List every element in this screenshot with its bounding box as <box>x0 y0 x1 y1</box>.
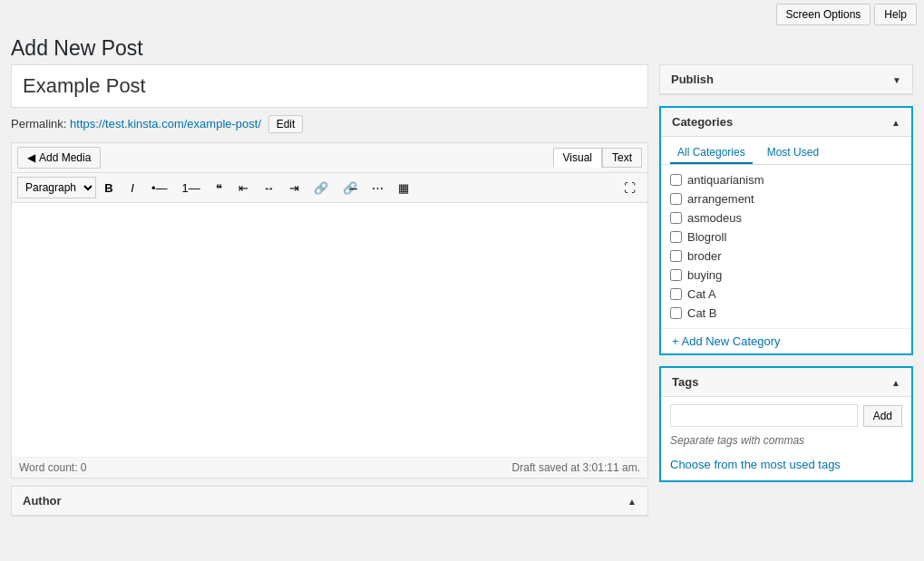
top-bar: Screen Options Help <box>0 0 924 29</box>
tab-text[interactable]: Text <box>602 148 642 168</box>
author-section-header[interactable]: Author <box>12 487 647 516</box>
word-count: Word count: 0 <box>19 461 86 474</box>
author-chevron-icon <box>627 494 637 508</box>
add-new-category-link[interactable]: + Add New Category <box>661 328 911 353</box>
add-media-label: Add Media <box>39 151 91 164</box>
draft-saved: Draft saved at 3:01:11 am. <box>512 461 640 474</box>
editor-wrap: ◀ Add Media Visual Text Paragraph B I •—… <box>11 142 648 479</box>
help-button[interactable]: Help <box>874 4 917 25</box>
tags-header[interactable]: Tags <box>661 368 911 397</box>
tags-hint: Separate tags with commas <box>661 434 911 454</box>
align-right-button[interactable]: ⇥ <box>283 178 306 198</box>
categories-label: Categories <box>672 115 733 129</box>
tab-most-used[interactable]: Most Used <box>760 142 826 164</box>
categories-tabs: All Categories Most Used <box>661 137 911 165</box>
permalink-link[interactable]: https://test.kinsta.com/example-post/ <box>70 117 261 131</box>
category-checkbox[interactable] <box>670 288 682 300</box>
align-left-button[interactable]: ⇤ <box>232 178 255 198</box>
fullscreen-button[interactable]: ⛶ <box>618 178 642 198</box>
category-checkbox[interactable] <box>670 174 682 186</box>
list-item: arrangement <box>670 189 902 208</box>
post-title-input[interactable] <box>11 64 648 108</box>
list-item: antiquarianism <box>670 170 902 189</box>
editor-body[interactable] <box>12 203 647 457</box>
content-area: Permalink: https://test.kinsta.com/examp… <box>11 64 648 517</box>
table-button[interactable]: ▦ <box>392 178 415 198</box>
category-label: Blogroll <box>687 230 726 244</box>
tags-add-button[interactable]: Add <box>863 405 902 427</box>
category-checkbox[interactable] <box>670 212 682 224</box>
unlink-button[interactable]: 🔗̶ <box>336 178 364 198</box>
blockquote-button[interactable]: ❝ <box>209 178 230 198</box>
italic-button[interactable]: I <box>122 178 143 198</box>
categories-chevron-icon <box>891 115 900 129</box>
category-label: arrangement <box>687 192 754 206</box>
media-icon: ◀ <box>27 151 35 164</box>
list-item: Blogroll <box>670 227 902 247</box>
publish-chevron-icon <box>892 73 901 86</box>
category-label: broder <box>687 249 722 263</box>
tags-input[interactable] <box>670 404 858 427</box>
category-checkbox[interactable] <box>670 250 682 262</box>
main-layout: Permalink: https://test.kinsta.com/examp… <box>0 64 924 527</box>
editor-format-bar: Paragraph B I •— 1— ❝ ⇤ ↔ ⇥ 🔗 🔗̶ ⋯ ▦ ⛶ <box>12 173 647 203</box>
tags-input-row: Add <box>661 397 911 434</box>
categories-header[interactable]: Categories <box>661 108 911 137</box>
page-title: Add New Post <box>0 29 924 64</box>
bold-button[interactable]: B <box>98 178 120 198</box>
format-select[interactable]: Paragraph <box>17 177 96 198</box>
category-label: asmodeus <box>687 211 742 225</box>
tags-most-used-link[interactable]: Choose from the most used tags <box>661 454 911 480</box>
list-item: buying <box>670 266 902 285</box>
permalink-edit-button[interactable]: Edit <box>268 115 304 133</box>
tags-box: Tags Add Separate tags with commas Choos… <box>659 366 913 482</box>
category-checkbox[interactable] <box>670 269 682 281</box>
publish-header[interactable]: Publish <box>660 65 912 94</box>
publish-label: Publish <box>671 73 714 86</box>
list-item: broder <box>670 247 902 266</box>
categories-list: antiquarianismarrangementasmodeusBlogrol… <box>661 165 911 328</box>
author-label: Author <box>23 494 62 508</box>
list-item: Cat A <box>670 285 902 304</box>
sidebar: Publish Categories All Categories Most U… <box>659 64 913 482</box>
categories-box: Categories All Categories Most Used anti… <box>659 106 913 355</box>
tags-chevron-icon <box>891 375 900 389</box>
category-label: Cat A <box>687 287 716 301</box>
screen-options-button[interactable]: Screen Options <box>776 4 871 25</box>
category-label: antiquarianism <box>687 173 764 187</box>
list-item: Cat B <box>670 304 902 323</box>
add-media-button[interactable]: ◀ Add Media <box>17 147 101 169</box>
category-checkbox[interactable] <box>670 231 682 243</box>
category-label: Cat B <box>687 306 717 320</box>
author-section: Author <box>11 486 648 517</box>
ordered-list-button[interactable]: 1— <box>176 178 207 198</box>
link-button[interactable]: 🔗 <box>307 178 335 198</box>
publish-box: Publish <box>659 64 913 95</box>
tab-visual[interactable]: Visual <box>553 148 602 168</box>
visual-text-tabs: Visual Text <box>553 148 642 168</box>
category-checkbox[interactable] <box>670 307 682 319</box>
unordered-list-button[interactable]: •— <box>145 178 174 198</box>
editor-toolbar-top: ◀ Add Media Visual Text <box>12 143 647 173</box>
editor-footer: Word count: 0 Draft saved at 3:01:11 am. <box>12 457 647 478</box>
tags-label: Tags <box>672 375 698 389</box>
more-button[interactable]: ⋯ <box>365 178 390 198</box>
tab-all-categories[interactable]: All Categories <box>670 142 753 164</box>
permalink-bar: Permalink: https://test.kinsta.com/examp… <box>11 113 648 135</box>
category-checkbox[interactable] <box>670 193 682 205</box>
category-label: buying <box>687 268 722 282</box>
list-item: asmodeus <box>670 208 902 227</box>
permalink-label: Permalink: <box>11 117 66 131</box>
align-center-button[interactable]: ↔ <box>257 178 281 198</box>
